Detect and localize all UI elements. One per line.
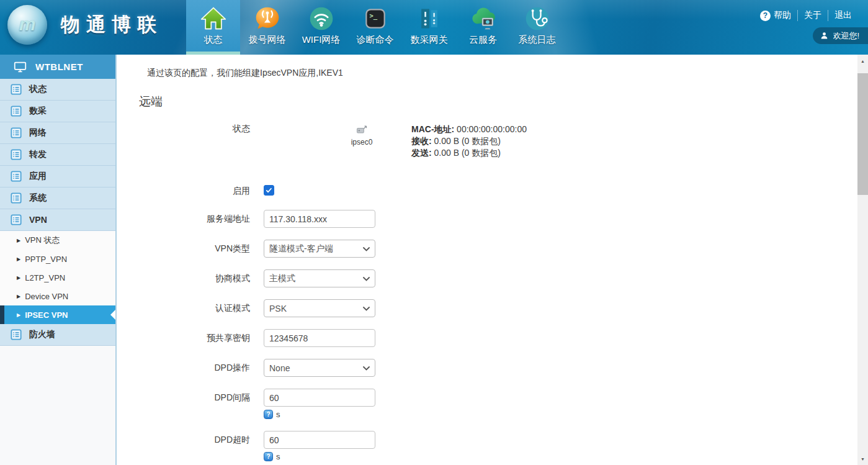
- enable-label: 启用: [117, 185, 250, 197]
- dpd-timeout-label: DPD超时: [117, 431, 250, 446]
- welcome-badge[interactable]: 欢迎您!: [813, 27, 868, 44]
- triangle-right-icon: ▶: [17, 294, 20, 299]
- nav-label: WIFI网络: [302, 34, 341, 46]
- vpn-submenu: ▶ VPN 状态 ▶ PPTP_VPN ▶ L2TP_VPN ▶ Device …: [0, 231, 115, 324]
- server-address-label: 服务端地址: [117, 210, 250, 225]
- svg-text:>_: >_: [369, 12, 377, 20]
- list-icon: [11, 127, 22, 138]
- nav-label: 云服务: [469, 34, 497, 46]
- interface-name: ipsec0: [351, 138, 373, 147]
- server-address-row: 服务端地址: [117, 210, 857, 228]
- sidebar-item-application[interactable]: 应用: [0, 166, 115, 187]
- about-link[interactable]: 关于: [797, 10, 828, 21]
- welcome-text: 欢迎您!: [833, 30, 859, 42]
- sidebar-item-label: 系统: [29, 192, 47, 204]
- monitor-icon: [14, 60, 27, 73]
- nav-label: 数采网关: [411, 34, 448, 46]
- submenu-label: L2TP_VPN: [25, 273, 65, 282]
- interface-icon: [356, 124, 368, 136]
- auth-mode-select[interactable]: PSK: [264, 299, 375, 317]
- top-bar: m 物通博联 状态 拨号网络 WIFI网络: [0, 0, 868, 55]
- sidebar-item-firewall[interactable]: 防火墙: [0, 324, 115, 346]
- home-icon: [199, 4, 228, 33]
- vpn-type-select[interactable]: 隧道模式-客户端: [264, 240, 375, 258]
- nav-item-diagnostic[interactable]: >_ 诊断命令: [348, 0, 402, 55]
- auth-mode-row: 认证模式 PSK: [117, 299, 857, 317]
- scrollbar: ▲ ▼: [857, 55, 868, 465]
- sidebar-item-system[interactable]: 系统: [0, 187, 115, 209]
- submenu-item-pptp-vpn[interactable]: ▶ PPTP_VPN: [0, 250, 115, 268]
- status-line-tx: 发送: 0.00 B (0 数据包): [411, 147, 527, 159]
- nav-item-wifi[interactable]: WIFI网络: [294, 0, 348, 55]
- dpd-action-row: DPD操作 None: [117, 359, 857, 377]
- dpd-action-value: None: [269, 363, 290, 373]
- main-content: 通过该页的配置，我们能组建IpsecVPN应用,IKEV1 远端 状态 ipse…: [117, 55, 857, 465]
- cloud-icon: [469, 4, 498, 33]
- help-link[interactable]: ? 帮助: [754, 10, 797, 21]
- dpd-timeout-unit: s: [276, 452, 280, 461]
- nav-label: 状态: [204, 34, 223, 46]
- nav-label: 拨号网络: [249, 34, 286, 46]
- sidebar-item-label: 转发: [29, 149, 47, 160]
- nav-item-gateway[interactable]: 数采网关: [402, 0, 456, 55]
- nego-mode-value: 主模式: [269, 273, 295, 284]
- syslog-icon: [523, 4, 552, 33]
- list-icon: [11, 84, 22, 95]
- scrollbar-thumb[interactable]: [857, 73, 868, 195]
- status-label: 状态: [117, 124, 250, 135]
- sidebar-item-network[interactable]: 网络: [0, 122, 115, 144]
- dpd-interval-label: DPD间隔: [117, 389, 250, 404]
- scroll-down-button[interactable]: ▼: [857, 454, 868, 464]
- enable-checkbox[interactable]: [264, 185, 274, 196]
- sidebar: WTBLNET 状态 数采 网络 转发 应用 系统 VPN: [0, 55, 117, 465]
- sidebar-item-label: 应用: [29, 171, 47, 182]
- enable-row: 启用: [117, 185, 857, 197]
- check-icon: [266, 187, 272, 194]
- sidebar-item-vpn[interactable]: VPN: [0, 209, 115, 231]
- section-title: 远端: [139, 94, 857, 110]
- page: m 物通博联 状态 拨号网络 WIFI网络: [0, 0, 868, 465]
- dpd-timeout-input[interactable]: [264, 431, 375, 449]
- submenu-label: VPN 状态: [25, 235, 60, 246]
- question-icon: ?: [264, 410, 273, 419]
- submenu-label: PPTP_VPN: [25, 255, 67, 264]
- nav-item-cloud[interactable]: 云服务: [456, 0, 510, 55]
- submenu-item-vpn-status[interactable]: ▶ VPN 状态: [0, 231, 115, 250]
- help-icon: ?: [760, 11, 771, 21]
- nav-label: 系统日志: [519, 34, 556, 46]
- triangle-right-icon: ▶: [17, 275, 20, 281]
- auth-mode-label: 认证模式: [117, 299, 250, 314]
- submenu-item-device-vpn[interactable]: ▶ Device VPN: [0, 287, 115, 305]
- ipsec-form: 启用 服务端地址 VPN类型 隧道模式-客户端: [117, 185, 857, 461]
- sidebar-item-forward[interactable]: 转发: [0, 144, 115, 166]
- sidebar-item-label: VPN: [29, 215, 47, 225]
- status-info: MAC-地址: 00:00:00:00:00:00 接收: 0.00 B (0 …: [411, 124, 527, 159]
- nav-label: 诊断命令: [357, 34, 394, 46]
- top-links: ? 帮助 关于 退出: [754, 10, 858, 21]
- sidebar-header: WTBLNET: [0, 55, 115, 79]
- nego-mode-select[interactable]: 主模式: [264, 269, 375, 287]
- nego-mode-row: 协商模式 主模式: [117, 269, 857, 287]
- psk-label: 预共享密钥: [117, 329, 250, 344]
- brand-sphere-icon: m: [7, 5, 47, 45]
- dpd-action-select[interactable]: None: [264, 359, 375, 377]
- submenu-item-l2tp-vpn[interactable]: ▶ L2TP_VPN: [0, 268, 115, 287]
- nav-item-status[interactable]: 状态: [186, 0, 240, 55]
- list-icon: [11, 106, 22, 117]
- sidebar-item-datacollect[interactable]: 数采: [0, 101, 115, 122]
- logout-link[interactable]: 退出: [828, 10, 858, 21]
- sidebar-item-status[interactable]: 状态: [0, 79, 115, 101]
- dpd-interval-input[interactable]: [264, 389, 375, 407]
- nav-item-dialup[interactable]: 拨号网络: [240, 0, 294, 55]
- submenu-item-ipsec-vpn[interactable]: ▶ IPSEC VPN: [0, 305, 115, 324]
- psk-row: 预共享密钥: [117, 329, 857, 347]
- sidebar-item-label: 网络: [29, 127, 47, 138]
- status-row: 状态 ipsec0 MAC-地址: 00:00:00:00:00:00 接收: …: [117, 124, 857, 159]
- brand-name: 物通博联: [61, 12, 163, 38]
- scroll-up-button[interactable]: ▲: [857, 56, 868, 66]
- server-address-input[interactable]: [264, 210, 375, 228]
- dpd-interval-hint: ? s: [264, 410, 375, 419]
- nav-item-syslog[interactable]: 系统日志: [510, 0, 564, 55]
- psk-input[interactable]: [264, 329, 375, 347]
- logout-label: 退出: [834, 10, 852, 21]
